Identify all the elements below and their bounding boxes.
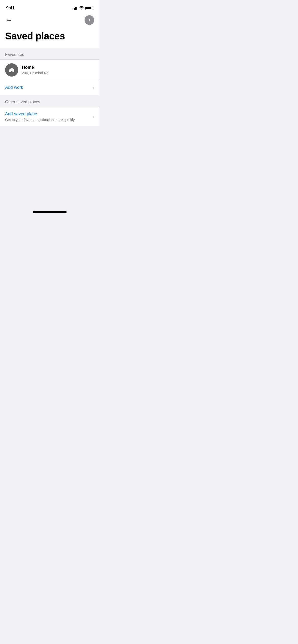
home-item-subtitle: 204, Chimbai Rd: [22, 71, 94, 75]
back-button[interactable]: ←: [5, 16, 13, 24]
home-item-title: Home: [22, 65, 94, 70]
other-saved-section-header: Other saved places: [0, 95, 99, 107]
header: ← +: [0, 13, 99, 30]
wifi-icon: [79, 6, 84, 10]
favourites-list: Home 204, Chimbai Rd Add work ›: [0, 60, 99, 95]
signal-icon: [73, 6, 77, 10]
add-saved-place-text: Add saved place Get to your favorite des…: [5, 111, 93, 122]
home-icon: [8, 67, 15, 73]
other-saved-list: Add saved place Get to your favorite des…: [0, 107, 99, 126]
home-indicator: [33, 211, 67, 213]
add-saved-place-description: Get to your favorite destination more qu…: [5, 118, 93, 122]
page-title-section: Saved places: [0, 30, 99, 48]
favourites-section-header: Favourites: [0, 48, 99, 60]
add-saved-place-item[interactable]: Add saved place Get to your favorite des…: [0, 107, 99, 126]
page-title: Saved places: [5, 31, 94, 42]
add-saved-place-chevron-icon: ›: [93, 114, 94, 119]
add-work-label: Add work: [5, 85, 23, 90]
add-work-item[interactable]: Add work ›: [0, 80, 99, 95]
battery-icon: [85, 7, 93, 10]
back-arrow-icon: ←: [6, 17, 12, 23]
other-saved-label: Other saved places: [5, 100, 40, 104]
add-saved-place-title: Add saved place: [5, 111, 93, 117]
favourites-label: Favourites: [5, 52, 24, 57]
home-list-item[interactable]: Home 204, Chimbai Rd: [0, 60, 99, 80]
home-icon-circle: [5, 63, 18, 77]
add-button[interactable]: +: [85, 15, 94, 25]
plus-icon: +: [88, 18, 91, 23]
status-bar: 9:41: [0, 0, 99, 13]
status-time: 9:41: [6, 6, 15, 11]
add-work-chevron-icon: ›: [93, 85, 94, 90]
status-icons: [73, 6, 93, 10]
home-item-text: Home 204, Chimbai Rd: [22, 65, 94, 75]
